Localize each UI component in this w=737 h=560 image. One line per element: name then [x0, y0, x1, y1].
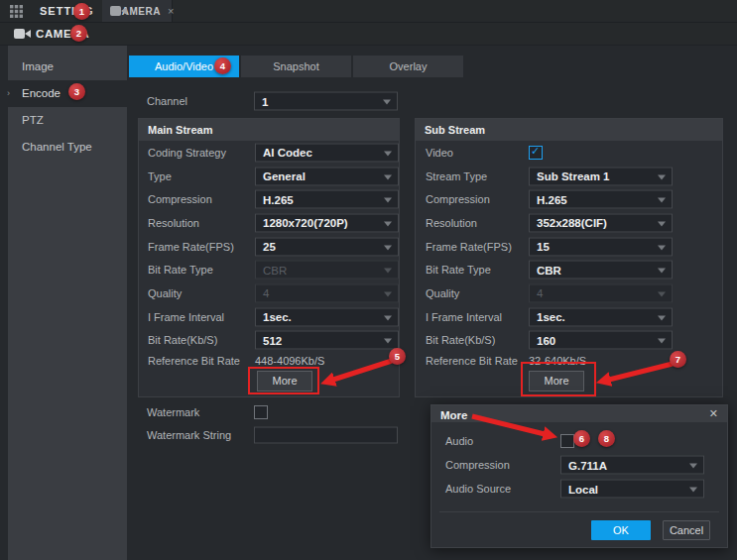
- main-stream-more-button[interactable]: More: [257, 371, 312, 392]
- sub-compression-dropdown[interactable]: H.265: [529, 190, 673, 209]
- caret-down-icon: [384, 269, 392, 278]
- annotation-badge-3: 3: [68, 83, 85, 100]
- tab-snapshot[interactable]: Snapshot: [241, 56, 351, 77]
- sub-bit-rate-dropdown[interactable]: 160: [529, 331, 673, 350]
- coding-strategy-dropdown[interactable]: AI Codec: [255, 143, 399, 162]
- field-row: Type General: [139, 165, 399, 188]
- channel-label: Channel: [147, 95, 187, 107]
- sub-frame-rate-dropdown[interactable]: 15: [529, 237, 673, 256]
- field-row: Coding Strategy AI Codec: [139, 141, 399, 165]
- sub-resolution-dropdown[interactable]: 352x288(CIF): [529, 213, 673, 232]
- field-row: Compression H.265: [416, 187, 722, 211]
- watermark-label: Watermark: [147, 406, 199, 418]
- audio-label: Audio: [445, 435, 473, 447]
- field-row: Video ✓: [416, 141, 722, 165]
- sidebar: Image › Encode PTZ Channel Type: [0, 46, 127, 560]
- field-row: Bit Rate Type CBR: [139, 258, 399, 281]
- caret-down-icon: [384, 198, 392, 207]
- more-dialog: More ✕ Audio Compression G.711A Audio So…: [430, 404, 728, 548]
- caret-down-icon: [658, 339, 666, 348]
- caret-down-icon: [658, 198, 666, 207]
- quality-dropdown: 4: [255, 283, 399, 302]
- bit-rate-type-dropdown: CBR: [255, 261, 399, 280]
- audio-source-dropdown[interactable]: Local: [560, 480, 704, 499]
- caret-down-icon: [383, 100, 391, 109]
- sidebar-item-encode[interactable]: › Encode: [0, 80, 127, 107]
- caret-down-icon: [384, 174, 392, 183]
- sub-bit-rate-type-dropdown[interactable]: CBR: [529, 261, 673, 280]
- field-row: Compression H.265: [139, 187, 399, 211]
- caret-down-icon: [384, 315, 392, 324]
- top-menu-bar: SETTING CAMERA ×: [0, 0, 737, 23]
- frame-rate-dropdown[interactable]: 25: [255, 237, 399, 256]
- caret-down-icon: [384, 221, 392, 230]
- field-row: Quality 4: [416, 281, 722, 305]
- audio-compression-dropdown[interactable]: G.711A: [560, 456, 704, 475]
- caret-down-icon: [658, 315, 666, 324]
- field-row: Frame Rate(FPS) 25: [139, 235, 399, 259]
- annotation-badge-4: 4: [214, 57, 231, 74]
- annotation-badge-1: 1: [73, 3, 90, 20]
- page-header: CAMERA: [0, 23, 737, 46]
- caret-down-icon: [689, 464, 697, 473]
- field-row: Stream Type Sub Stream 1: [416, 165, 722, 188]
- chevron-right-icon: ›: [7, 80, 10, 107]
- reference-bit-rate-value: 32-640Kb/S: [529, 355, 586, 367]
- caret-down-icon: [658, 269, 666, 278]
- channel-row: Channel 1: [127, 87, 737, 115]
- camera-tab[interactable]: CAMERA ×: [102, 0, 173, 22]
- main-stream-panel: Main Stream Coding Strategy AI Codec Typ…: [138, 118, 400, 397]
- sidebar-item-ptz[interactable]: PTZ: [8, 107, 127, 134]
- cancel-button[interactable]: Cancel: [663, 520, 710, 540]
- audio-compression-row: Compression G.711A: [431, 455, 727, 475]
- field-row: Bit Rate(Kb/S) 512: [139, 329, 399, 353]
- audio-checkbox[interactable]: [560, 434, 574, 448]
- ok-button[interactable]: OK: [591, 520, 651, 540]
- apps-grid-icon[interactable]: [10, 4, 23, 22]
- watermark-string-input[interactable]: [254, 427, 398, 444]
- i-frame-interval-dropdown[interactable]: 1sec.: [255, 307, 399, 326]
- sidebar-item-channel-type[interactable]: Channel Type: [8, 134, 127, 161]
- caret-down-icon: [384, 245, 392, 254]
- video-checkbox[interactable]: ✓: [529, 146, 543, 160]
- field-row: I Frame Interval 1sec.: [139, 305, 399, 329]
- caret-down-icon: [384, 291, 392, 300]
- reference-bit-rate-row: Reference Bit Rate 448-4096Kb/S: [139, 352, 399, 369]
- annotation-badge-6: 6: [573, 430, 590, 447]
- resolution-dropdown[interactable]: 1280x720(720P): [255, 213, 399, 232]
- caret-down-icon: [384, 151, 392, 160]
- caret-down-icon: [384, 339, 392, 348]
- sub-stream-title: Sub Stream: [416, 119, 722, 141]
- close-dialog-icon[interactable]: ✕: [709, 405, 718, 422]
- watermark-checkbox[interactable]: [254, 405, 268, 419]
- stream-type-dropdown[interactable]: Sub Stream 1: [529, 167, 673, 185]
- field-row: Quality 4: [139, 281, 399, 305]
- bit-rate-dropdown[interactable]: 512: [255, 331, 399, 350]
- field-row: I Frame Interval 1sec.: [416, 305, 722, 329]
- more-dialog-title: More: [440, 409, 467, 421]
- annotation-badge-5: 5: [389, 348, 406, 365]
- tab-overlay[interactable]: Overlay: [353, 56, 463, 77]
- annotation-badge-2: 2: [70, 25, 87, 42]
- camera-settings-window: SETTING CAMERA × CAMERA Image › Encode P…: [0, 0, 737, 560]
- caret-down-icon: [658, 245, 666, 254]
- check-icon: ✓: [531, 145, 540, 158]
- sub-stream-more-button[interactable]: More: [529, 371, 584, 392]
- sidebar-item-image[interactable]: Image: [8, 54, 127, 80]
- field-row: Bit Rate(Kb/S) 160: [416, 329, 722, 353]
- annotation-badge-8: 8: [598, 430, 615, 447]
- caret-down-icon: [658, 221, 666, 230]
- audio-source-row: Audio Source Local: [431, 479, 727, 499]
- compression-dropdown[interactable]: H.265: [255, 190, 399, 209]
- sub-quality-dropdown: 4: [529, 283, 673, 302]
- field-row: Bit Rate Type CBR: [416, 258, 722, 281]
- type-dropdown[interactable]: General: [255, 167, 399, 185]
- field-row: Frame Rate(FPS) 15: [416, 235, 722, 259]
- caret-down-icon: [658, 174, 666, 183]
- close-tab-icon[interactable]: ×: [168, 0, 174, 22]
- more-dialog-header: More ✕: [431, 405, 727, 422]
- channel-dropdown[interactable]: 1: [254, 92, 398, 111]
- tab-bar: Audio/Video Snapshot Overlay: [129, 56, 463, 77]
- sub-i-frame-interval-dropdown[interactable]: 1sec.: [529, 307, 673, 326]
- reference-bit-rate-value: 448-4096Kb/S: [255, 355, 324, 367]
